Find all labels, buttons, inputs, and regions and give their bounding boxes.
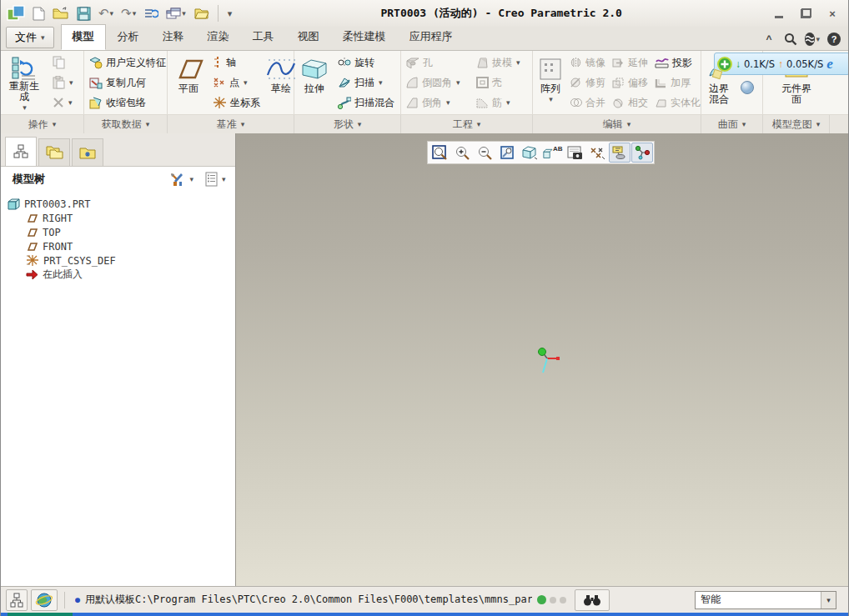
customize-toolbar-button[interactable]: ▾ [224,3,235,23]
group-label-model-intent[interactable]: 模型意图▾ [763,115,830,133]
windows-icon [166,8,181,20]
close-button[interactable]: × [821,6,843,21]
group-label-shapes[interactable]: 形状▾ [294,115,401,133]
copy-geometry-button[interactable]: 复制几何 [86,73,169,93]
undo-dropdown-icon[interactable]: ▾ [110,9,114,18]
datum-axis-button[interactable]: 轴 [209,53,264,73]
command-search-button[interactable] [783,32,798,47]
tab-model[interactable]: 模型 [61,24,106,50]
model-tree-header: 模型树 ▾ [1,167,235,192]
shrinkwrap-icon [89,97,103,109]
tree-tools-button[interactable]: ▾ [166,169,197,189]
pattern-button[interactable]: 阵列 ▾ [535,53,566,114]
favorites-tab[interactable] [72,138,103,166]
sweep-button[interactable]: 扫描 ▾ [334,73,398,93]
graphics-viewport[interactable]: AB [236,133,848,586]
find-button[interactable] [575,589,610,611]
swept-blend-button[interactable]: 扫描混合 [334,93,398,113]
tree-settings-button[interactable]: ▾ [202,169,229,189]
zoom-region-button[interactable] [429,143,450,163]
ie-browser-icon[interactable]: e [826,56,833,73]
windows-dropdown-icon[interactable]: ▾ [182,9,186,18]
datum-plane-button[interactable]: 平面 [169,53,208,114]
datum-csys-button[interactable]: 坐标系 [209,93,264,113]
selection-filter-combobox[interactable]: 智能 ▾ [695,591,836,609]
project-button[interactable]: 投影 [651,53,704,73]
tab-annotate[interactable]: 注释 [151,24,196,50]
intersect-label: 相交 [628,96,648,110]
mirror-button: 镜像 [566,53,609,73]
minimize-button[interactable] [768,6,790,21]
model-tree-tab[interactable] [5,137,37,166]
camera-icon [567,146,583,160]
hole-button: 孔 [403,53,473,73]
open-last-session-button[interactable] [191,3,212,23]
redo-dropdown-icon[interactable]: ▾ [133,9,137,18]
tab-flexible-modeling[interactable]: 柔性建模 [331,24,398,50]
net-speed-monitor-overlay[interactable]: ↓ 0.1K/S ↑ 0.05K/S e [714,53,849,75]
windows-button[interactable]: ▾ [163,3,188,23]
zoom-in-button[interactable] [451,143,473,163]
chamfer-dropdown-icon: ▾ [446,98,450,107]
tree-item-csys[interactable]: PRT_CSYS_DEF [8,253,235,268]
restore-button[interactable] [795,6,816,21]
capture-button[interactable] [564,143,585,163]
datum-point-dropdown-icon[interactable]: ▾ [244,78,248,87]
group-label-operations[interactable]: 操作▾ [1,115,84,133]
group-label-datum[interactable]: 基准▾ [168,115,294,133]
tab-analysis[interactable]: 分析 [106,24,151,50]
tree-item-insert-here[interactable]: 在此插入 [8,268,235,282]
refit-button[interactable] [496,143,518,163]
sketch-button[interactable]: 草绘 [264,53,299,114]
tab-render[interactable]: 渲染 [196,24,241,50]
tab-file[interactable]: 文件 ▾ [6,27,54,48]
new-file-button[interactable] [30,3,48,23]
undo-button[interactable]: ↶ ▾ [96,3,116,23]
navigator-toggle-button[interactable] [6,589,28,611]
tree-item-top-plane[interactable]: TOP [8,225,235,239]
display-style-button[interactable] [519,143,540,163]
udf-button[interactable]: 用户定义特征 [86,53,169,73]
app-icon[interactable] [4,3,28,23]
group-datum: 平面 轴 点 ▾ [168,51,294,114]
tree-item-part[interactable]: PRT0003.PRT [8,197,235,211]
regenerate-button[interactable]: 重新生成 ▾ [3,53,46,114]
insert-here-icon [26,269,38,280]
group-label-engineering[interactable]: 工程▾ [401,115,533,133]
filter-dropdown-button[interactable]: ▾ [821,592,836,608]
minimize-ribbon-button[interactable]: ^ [761,32,776,47]
annotation-display-button[interactable] [609,143,630,163]
save-button[interactable] [74,3,93,23]
open-file-button[interactable] [50,3,72,23]
indicator-dot-gray [550,597,556,603]
redo-button[interactable]: ↷ ▾ [118,3,138,23]
tree-settings-icon [205,172,219,187]
revolve-button[interactable]: 旋转 [334,53,398,73]
datum-display-button[interactable] [586,143,608,163]
trim-icon [570,77,582,88]
extend-button: 延伸 [609,53,651,73]
download-speed: 0.1K/S [744,58,775,70]
regenerate-quick-button[interactable] [141,3,161,23]
folder-browser-tab[interactable] [38,138,70,166]
help-button[interactable]: ? [826,32,841,47]
group-label-editing[interactable]: 编辑▾ [533,115,701,133]
group-label-surfaces[interactable]: 曲面▾ [701,115,763,133]
tab-view[interactable]: 视图 [286,24,331,50]
mirror-icon [570,57,582,68]
extrude-button[interactable]: 拉伸 [296,53,333,114]
spin-center-button[interactable] [631,143,653,163]
tab-tools[interactable]: 工具 [241,24,286,50]
saved-views-button[interactable]: AB [541,143,563,163]
shrinkwrap-button[interactable]: 收缩包络 [86,93,169,113]
tree-item-right-plane[interactable]: RIGHT [8,211,235,225]
group-label-get-data[interactable]: 获取数据▾ [84,115,168,133]
community-feed-button[interactable]: ▾ [805,32,820,47]
datum-point-button[interactable]: 点 ▾ [209,73,264,93]
tree-item-front-plane[interactable]: FRONT [8,239,235,253]
sweep-dropdown-icon[interactable]: ▾ [379,78,383,87]
zoom-out-button[interactable] [474,143,495,163]
web-browser-toggle-button[interactable] [31,589,58,611]
tab-applications[interactable]: 应用程序 [398,24,465,50]
style-button[interactable] [736,76,759,99]
